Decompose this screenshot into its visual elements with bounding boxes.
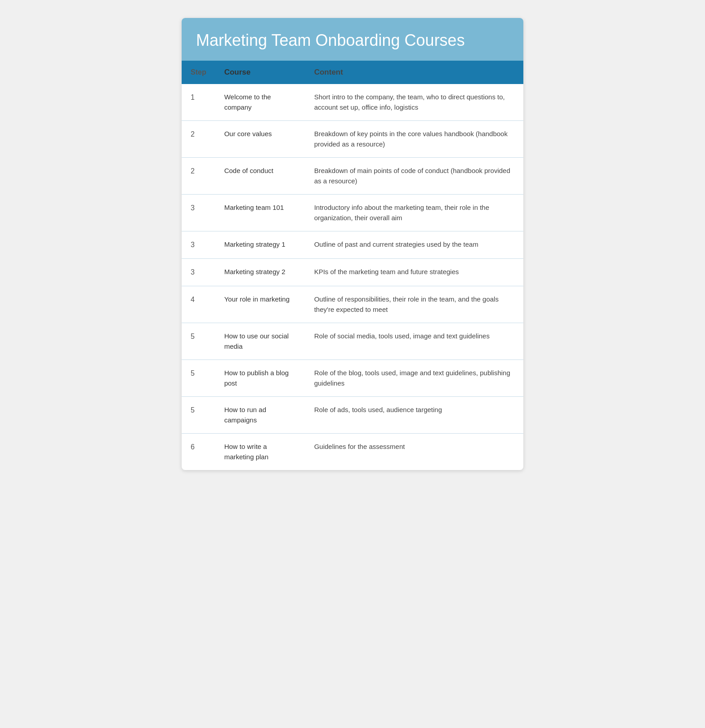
cell-content: KPIs of the marketing team and future st… [305,259,523,286]
table-row: 3Marketing strategy 2KPIs of the marketi… [182,259,523,286]
card-header: Marketing Team Onboarding Courses [182,18,523,61]
table-row: 6How to write a marketing planGuidelines… [182,434,523,471]
table-row: 3Marketing strategy 1Outline of past and… [182,231,523,259]
cell-content: Outline of past and current strategies u… [305,231,523,259]
table-row: 1Welcome to the companyShort intro to th… [182,84,523,121]
cell-step: 1 [182,84,215,121]
column-header-course: Course [215,61,305,84]
column-header-step: Step [182,61,215,84]
cell-step: 5 [182,397,215,434]
cell-course: Marketing strategy 2 [215,259,305,286]
cell-step: 3 [182,195,215,231]
courses-table: Step Course Content 1Welcome to the comp… [182,61,523,470]
cell-course: How to use our social media [215,323,305,360]
cell-course: Marketing team 101 [215,195,305,231]
column-header-content: Content [305,61,523,84]
cell-step: 2 [182,121,215,158]
cell-course: How to run ad campaigns [215,397,305,434]
cell-content: Breakdown of main points of code of cond… [305,158,523,195]
cell-content: Breakdown of key points in the core valu… [305,121,523,158]
cell-step: 2 [182,158,215,195]
cell-content: Outline of responsibilities, their role … [305,286,523,323]
table-header: Step Course Content [182,61,523,84]
table-row: 5How to run ad campaignsRole of ads, too… [182,397,523,434]
cell-course: Your role in marketing [215,286,305,323]
table-row: 5How to publish a blog postRole of the b… [182,360,523,397]
cell-course: Our core values [215,121,305,158]
onboarding-card: Marketing Team Onboarding Courses Step C… [182,18,523,470]
cell-step: 5 [182,360,215,397]
table-row: 3Marketing team 101Introductory info abo… [182,195,523,231]
cell-step: 5 [182,323,215,360]
table-body: 1Welcome to the companyShort intro to th… [182,84,523,470]
cell-course: Marketing strategy 1 [215,231,305,259]
table-row: 4Your role in marketingOutline of respon… [182,286,523,323]
table-row: 2Our core valuesBreakdown of key points … [182,121,523,158]
cell-step: 6 [182,434,215,471]
table-row: 2Code of conductBreakdown of main points… [182,158,523,195]
cell-content: Role of the blog, tools used, image and … [305,360,523,397]
cell-content: Role of ads, tools used, audience target… [305,397,523,434]
cell-content: Guidelines for the assessment [305,434,523,471]
cell-content: Role of social media, tools used, image … [305,323,523,360]
cell-content: Introductory info about the marketing te… [305,195,523,231]
cell-course: Code of conduct [215,158,305,195]
cell-course: How to write a marketing plan [215,434,305,471]
cell-step: 3 [182,231,215,259]
cell-course: Welcome to the company [215,84,305,121]
cell-step: 3 [182,259,215,286]
cell-step: 4 [182,286,215,323]
page-title: Marketing Team Onboarding Courses [196,31,509,50]
cell-course: How to publish a blog post [215,360,305,397]
cell-content: Short intro to the company, the team, wh… [305,84,523,121]
table-row: 5How to use our social mediaRole of soci… [182,323,523,360]
